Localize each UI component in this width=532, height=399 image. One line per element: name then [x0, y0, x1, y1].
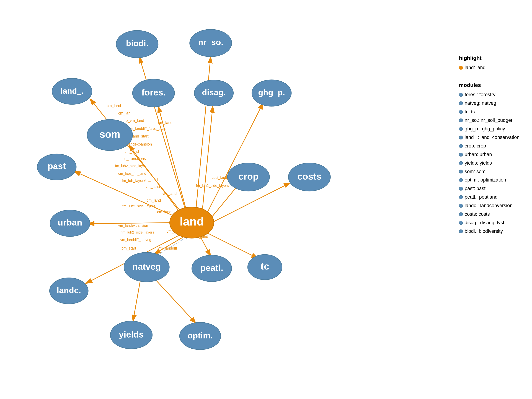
- legend-dot-blue-5: [459, 136, 463, 139]
- legend-module-2: tc: tc: [459, 108, 527, 116]
- svg-text:land: land: [180, 215, 204, 228]
- legend-dot-blue-0: [459, 93, 463, 97]
- svg-text:fm_luh2_side_laye: fm_luh2_side_laye: [115, 164, 145, 168]
- svg-text:costs: costs: [297, 171, 321, 182]
- legend-dot-blue-1: [459, 101, 463, 105]
- legend-module-5: land_.: land_conservation: [459, 133, 527, 142]
- svg-text:vm_land: vm_land: [162, 191, 177, 196]
- legend-module-label-8: yields: yields: [465, 159, 492, 167]
- legend-dot-blue-11: [459, 187, 463, 190]
- legend-module-label-13: landc.: landconversion: [465, 202, 513, 210]
- legend-dot-blue-9: [459, 170, 463, 173]
- svg-text:cm_land: cm_land: [107, 104, 121, 108]
- legend-highlight-land: land: land: [459, 63, 527, 72]
- legend-module-12: peatl.: peatland: [459, 193, 527, 201]
- svg-text:land_.: land_.: [61, 86, 83, 95]
- svg-text:lu_transitions: lu_transitions: [123, 157, 146, 161]
- svg-text:past: past: [48, 161, 66, 171]
- modules-title: modules: [459, 81, 527, 90]
- graph-container: cm_lan cm_land fo_vm_land landm_landdiff…: [0, 0, 392, 399]
- legend-module-8: yields: yields: [459, 159, 527, 167]
- svg-text:cm_land: cm_land: [125, 149, 139, 154]
- legend-module-10: optim.: optimization: [459, 176, 527, 184]
- svg-text:landc.: landc.: [57, 285, 81, 295]
- svg-text:disag.: disag.: [202, 88, 226, 97]
- legend-dot-blue-13: [459, 204, 463, 208]
- svg-line-17: [133, 280, 140, 321]
- legend-module-1: natveg: natveg: [459, 99, 527, 108]
- legend-dot-blue-3: [459, 119, 463, 122]
- svg-line-13: [154, 235, 187, 254]
- legend-module-0: fores.: forestry: [459, 91, 527, 99]
- legend-dot-blue-7: [459, 153, 463, 157]
- svg-text:fm_luh2_side_layers: fm_luh2_side_layers: [196, 184, 229, 188]
- legend-dot-orange: [459, 66, 463, 70]
- legend-module-label-12: peatl.: peatland: [465, 193, 498, 201]
- dependency-graph: cm_lan cm_land fo_vm_land landm_landdiff…: [0, 0, 392, 399]
- legend-module-label-2: tc: tc: [465, 108, 475, 116]
- svg-text:urban: urban: [58, 217, 82, 227]
- svg-text:vm_land: vm_land: [146, 184, 160, 189]
- legend-module-label-1: natveg: natveg: [465, 99, 496, 108]
- legend-dot-blue-12: [459, 195, 463, 199]
- legend: highlight land: land modules fores.: for…: [459, 53, 527, 236]
- legend-dot-blue-14: [459, 212, 463, 216]
- legend-dot-blue-10: [459, 178, 463, 182]
- svg-text:pm_start: pm_start: [121, 246, 136, 250]
- svg-text:nr_so.: nr_so.: [198, 38, 223, 47]
- svg-text:fm_luh_layers: fm_luh_layers: [122, 178, 145, 183]
- svg-text:som: som: [99, 129, 120, 140]
- svg-text:yields: yields: [119, 329, 144, 339]
- svg-text:fm_luh2_side_layers: fm_luh2_side_layers: [121, 230, 154, 234]
- legend-module-label-3: nr_so.: nr_soil_budget: [465, 116, 512, 125]
- legend-module-7: urban: urban: [459, 151, 527, 159]
- legend-dot-blue-4: [459, 127, 463, 131]
- legend-module-6: crop: crop: [459, 142, 527, 150]
- legend-module-label-0: fores.: forestry: [465, 91, 495, 99]
- svg-text:optim.: optim.: [188, 331, 213, 340]
- legend-module-11: past: past: [459, 184, 527, 193]
- svg-line-7: [207, 103, 263, 214]
- legend-module-label-5: land_.: land_conservation: [465, 133, 519, 142]
- legend-module-14: costs: costs: [459, 210, 527, 218]
- legend-highlight-label: land: land: [465, 63, 486, 72]
- svg-text:tc: tc: [261, 261, 269, 272]
- svg-line-15: [205, 232, 258, 258]
- legend-dot-blue-6: [459, 144, 463, 148]
- legend-module-label-14: costs: costs: [465, 210, 490, 218]
- legend-module-label-15: disag.: disagg_lvst: [465, 219, 504, 227]
- svg-text:fm_luh2_side_layers: fm_luh2_side_layers: [122, 204, 155, 208]
- legend-module-label-16: biodi.: biodiversity: [465, 227, 503, 235]
- legend-module-16: biodi.: biodiversity: [459, 227, 527, 235]
- svg-text:cm_land: cm_land: [158, 120, 172, 125]
- legend-module-label-7: urban: urban: [465, 151, 492, 159]
- modules-list: fores.: forestry natveg: natveg tc: tc n…: [459, 91, 527, 235]
- legend-module-label-10: optim.: optimization: [465, 176, 506, 184]
- highlight-title: highlight: [459, 53, 527, 63]
- svg-line-6: [202, 106, 213, 211]
- svg-text:fores.: fores.: [141, 88, 165, 97]
- svg-line-14: [200, 236, 211, 256]
- legend-module-label-9: som: som: [465, 168, 486, 176]
- svg-text:vm_landexpansion: vm_landexpansion: [118, 223, 148, 228]
- legend-dot-blue-8: [459, 161, 463, 165]
- svg-text:vm_landdiff: vm_landdiff: [158, 246, 177, 250]
- legend-dot-blue-2: [459, 110, 463, 114]
- legend-module-4: ghg_p.: ghg_policy: [459, 125, 527, 133]
- svg-text:cm_land: cm_land: [147, 198, 161, 203]
- legend-dot-blue-15: [459, 221, 463, 225]
- svg-text:cm_land: cm_land: [157, 210, 171, 214]
- svg-text:natveg: natveg: [132, 262, 161, 272]
- svg-text:vm_land: vm_land: [143, 177, 158, 182]
- legend-dot-blue-16: [459, 229, 463, 233]
- legend-module-label-6: crop: crop: [465, 142, 486, 150]
- svg-line-18: [156, 280, 196, 323]
- legend-module-15: disag.: disagg_lvst: [459, 219, 527, 227]
- svg-text:cm_lan: cm_lan: [118, 111, 130, 115]
- svg-text:ghg_p.: ghg_p.: [258, 88, 285, 97]
- svg-text:peatl.: peatl.: [200, 263, 223, 273]
- svg-text:vm_landdiff_natveg: vm_landdiff_natveg: [120, 238, 151, 242]
- svg-text:crop: crop: [239, 171, 259, 182]
- svg-text:fo_vm_land: fo_vm_land: [125, 119, 144, 123]
- svg-text:cm_laps_fm_land: cm_laps_fm_land: [118, 171, 146, 176]
